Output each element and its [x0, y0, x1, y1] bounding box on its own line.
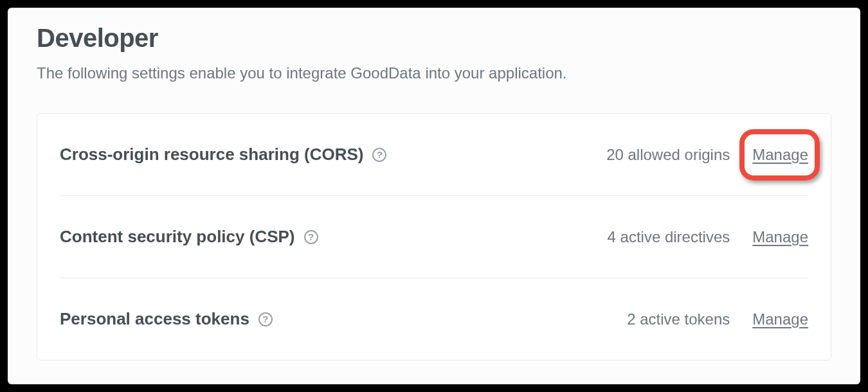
row-pat: Personal access tokens ? 2 active tokens… — [60, 278, 808, 360]
row-csp-title: Content security policy (CSP) — [60, 227, 295, 247]
row-pat-manage-link[interactable]: Manage — [752, 310, 808, 328]
row-cors-title-group: Cross-origin resource sharing (CORS) ? — [60, 145, 606, 165]
help-icon[interactable]: ? — [372, 148, 386, 162]
help-icon[interactable]: ? — [304, 230, 318, 244]
help-icon[interactable]: ? — [258, 312, 273, 326]
row-cors-manage-link[interactable]: Manage — [752, 146, 808, 163]
page-description: The following settings enable you to int… — [37, 64, 831, 82]
highlight-annotation: Manage — [752, 146, 808, 164]
settings-panel: Developer The following settings enable … — [8, 8, 860, 384]
row-cors-title: Cross-origin resource sharing (CORS) — [60, 145, 363, 165]
row-csp-status: 4 active directives — [608, 228, 730, 246]
row-cors: Cross-origin resource sharing (CORS) ? 2… — [60, 114, 808, 196]
row-pat-title-group: Personal access tokens ? — [60, 309, 627, 329]
row-csp-title-group: Content security policy (CSP) ? — [60, 227, 608, 247]
page-title: Developer — [37, 24, 831, 53]
row-pat-title: Personal access tokens — [60, 309, 249, 329]
row-pat-status: 2 active tokens — [627, 310, 730, 328]
row-csp-manage-link[interactable]: Manage — [752, 228, 808, 246]
row-cors-status: 20 allowed origins — [606, 146, 730, 164]
row-csp: Content security policy (CSP) ? 4 active… — [60, 196, 808, 278]
developer-settings-card: Cross-origin resource sharing (CORS) ? 2… — [37, 113, 831, 361]
